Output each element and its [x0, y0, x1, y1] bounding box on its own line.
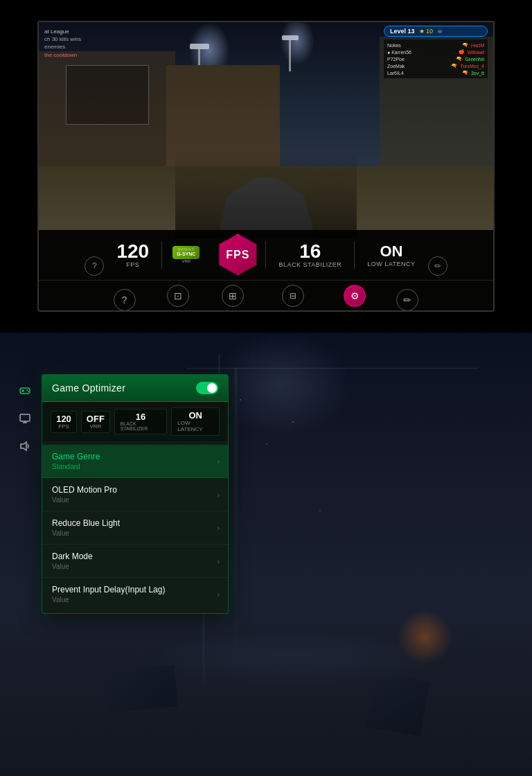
game-genre-title: Game Genre [52, 452, 218, 461]
level-bar: Level 13 ★ 10 ☠ [384, 26, 488, 37]
reduce-blue-light-value: Value [52, 529, 218, 537]
game-screen: at League ch 30 kills wins enemies the c… [37, 21, 495, 312]
hud-timer-text: the cooldown [44, 51, 81, 59]
panel-ll-value: ON [188, 411, 202, 420]
side-icon-volume[interactable] [15, 436, 35, 456]
level-text: Level 13 [390, 28, 415, 35]
low-latency-value: ON [380, 242, 402, 261]
panel-fps-stat: 120 FPS [51, 411, 77, 433]
skull-icon: ☠ [437, 28, 443, 35]
screen-size-icon: ⊡ [167, 285, 189, 307]
right-arrow-area: ✏ [428, 256, 447, 276]
panel-fps-value: 120 [56, 414, 71, 423]
multi-view-icon: ⊞ [222, 285, 244, 307]
icons-row: ? ⊡ Screen Size ⊞ Multi-view ⊟ Game Opti… [39, 280, 493, 312]
gsync-sub-label: VRR [181, 259, 190, 263]
panel-title: Game Optimizer [52, 382, 125, 394]
optimizer-panel: Game Optimizer 120 FPS OFF VRR 16 Black … [42, 374, 229, 614]
fps-stat: 120 FPS [104, 242, 161, 268]
gamepad-icon [19, 385, 30, 396]
game-optimizer-icon-item[interactable]: ⊟ Game Optimizer [273, 285, 313, 312]
score-row-2: ● Karren56 🍎 Willowd [386, 48, 486, 55]
all-settings-icon-item[interactable]: ⚙ All Settings [341, 285, 369, 312]
game-genre-value: Standard [52, 463, 218, 470]
panel-side-icons [15, 374, 35, 463]
panel-vrr-label: VRR [89, 423, 101, 430]
score-row-5: Lar6IL4 🔫 3ov_tt [386, 69, 486, 76]
game-optimizer-label: Game Optimizer [273, 309, 313, 312]
edit-icon-item[interactable]: ✏ [396, 289, 418, 311]
low-latency-label: Low Latency [367, 261, 415, 267]
monitor-icon [19, 413, 30, 424]
panel-vrr-value: OFF [87, 414, 105, 423]
particle-2 [266, 443, 267, 445]
help-icon: ? [114, 289, 136, 311]
side-icon-monitor[interactable] [15, 409, 35, 428]
oled-motion-pro-title: OLED Motion Pro [52, 485, 218, 495]
gsync-badge-area: NVIDIA® G-SYNC VRR [162, 246, 210, 263]
black-stabilizer-label: Black Stabilizer [278, 261, 342, 268]
panel-bs-label: Black Stabilizer [121, 421, 161, 431]
menu-item-oled-motion-pro[interactable]: OLED Motion Pro Value › [42, 478, 228, 511]
oled-motion-pro-value: Value [52, 496, 218, 504]
all-settings-label: All Settings [341, 309, 369, 312]
particle-5 [319, 510, 321, 511]
menu-item-dark-mode[interactable]: Dark Mode Value › [42, 545, 228, 578]
panel-ll-label: Low Latency [177, 420, 213, 432]
game-genre-arrow: › [218, 457, 220, 465]
prevent-input-delay-title: Prevent Input Delay(Input Lag) [52, 585, 218, 594]
panel-header: Game Optimizer [42, 375, 228, 402]
panel-vrr-stat: OFF VRR [81, 411, 110, 433]
volume-icon [19, 441, 30, 452]
oled-motion-pro-arrow: › [218, 491, 220, 498]
edit-icon: ✏ [396, 289, 418, 311]
fps-hexagon: FPS [217, 234, 258, 276]
prevent-input-delay-value: Value [52, 596, 218, 603]
dark-mode-title: Dark Mode [52, 552, 218, 561]
svg-rect-5 [20, 414, 30, 421]
gsync-badge: NVIDIA® G-SYNC [172, 246, 200, 258]
menu-item-game-genre[interactable]: Game Genre Standard › [42, 445, 228, 478]
svg-point-4 [28, 391, 29, 392]
black-stabilizer-stat: 16 Black Stabilizer [266, 242, 354, 268]
panel-ll-stat: ON Low Latency [171, 407, 220, 436]
top-section: at League ch 30 kills wins enemies the c… [0, 0, 532, 333]
score-row-1: Nokes 🔫 HartM [386, 42, 486, 48]
game-optimizer-icon: ⊟ [282, 285, 304, 307]
left-arrow-button[interactable]: ? [85, 256, 104, 276]
optimizer-toggle[interactable] [196, 382, 218, 394]
panel-stats-row: 120 FPS OFF VRR 16 Black Stabilizer ON L… [42, 402, 228, 442]
menu-item-prevent-input-delay[interactable]: Prevent Input Delay(Input Lag) Value › [42, 578, 228, 610]
stats-numbers: ? 120 FPS NVIDIA® G-SYNC VRR [39, 230, 493, 280]
help-icon-item[interactable]: ? [114, 289, 136, 311]
scene-fog [0, 599, 532, 776]
all-settings-icon: ⚙ [344, 285, 366, 307]
score-row-4: ZoeMak 🔫 TresMoz_4 [386, 62, 486, 69]
score-row-3: P72Poe 🔫 GreenNii [386, 55, 486, 62]
fps-value: 120 [116, 242, 149, 261]
menu-item-reduce-blue-light[interactable]: Reduce Blue Light Value › [42, 511, 228, 545]
particle-1 [240, 399, 241, 400]
screen-size-icon-item[interactable]: ⊡ Screen Size [163, 285, 193, 312]
svg-point-3 [26, 389, 28, 391]
multi-view-icon-item[interactable]: ⊞ Multi-view [221, 285, 246, 312]
hud-scoreboard: Level 13 ★ 10 ☠ Nokes 🔫 HartM ● Karren56… [384, 26, 488, 78]
panel-bs-value: 16 [136, 412, 145, 421]
prevent-input-delay-arrow: › [218, 590, 220, 598]
hud-kills-text: ch 30 kills wins [44, 35, 81, 43]
side-icon-gamepad[interactable] [15, 381, 35, 400]
fps-label: FPS [126, 261, 139, 268]
hud-enemies-text: enemies [44, 43, 81, 51]
svg-marker-8 [21, 442, 26, 450]
screen-size-label: Screen Size [163, 309, 193, 312]
bottom-section: Game Optimizer 120 FPS OFF VRR 16 Black … [0, 333, 532, 776]
panel-menu: Game Genre Standard › OLED Motion Pro Va… [42, 442, 228, 613]
panel-bs-stat: 16 Black Stabilizer [114, 409, 168, 434]
left-arrow-area: ? [85, 256, 104, 276]
panel-fps-label: FPS [58, 423, 69, 430]
reduce-blue-light-arrow: › [218, 524, 220, 531]
fps-hex-text: FPS [226, 249, 249, 261]
reduce-blue-light-title: Reduce Blue Light [52, 518, 218, 528]
black-stabilizer-value: 16 [299, 242, 321, 261]
right-arrow-button[interactable]: ✏ [428, 256, 447, 276]
